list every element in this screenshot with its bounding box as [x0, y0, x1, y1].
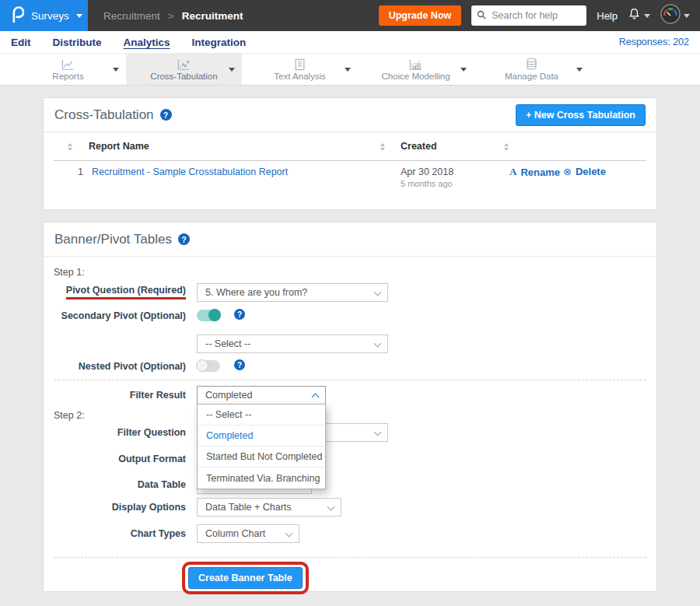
rename-label: Rename [520, 166, 560, 178]
filter-result-dropdown: -- Select -- Completed Started But Not C… [197, 404, 326, 489]
breadcrumb-parent[interactable]: Recruitment [103, 10, 160, 22]
nested-pivot-toggle[interactable] [197, 360, 220, 372]
output-format-label: Output Format [44, 454, 186, 464]
breadcrumb: Recruitment > Recruitment [103, 10, 243, 22]
data-table-label: Data Table [44, 479, 186, 490]
chevron-down-icon[interactable] [229, 68, 235, 72]
delete-button[interactable]: ⊗ Delete [563, 166, 606, 177]
page-title: Cross-Tabulation [54, 107, 154, 123]
breadcrumb-current: Recruitment [182, 10, 243, 22]
dropdown-option-select[interactable]: -- Select -- [198, 405, 325, 426]
sort-icon[interactable] [504, 143, 509, 151]
responses-count[interactable]: Responses: 202 [619, 37, 700, 47]
new-cross-tabulation-button[interactable]: + New Cross Tabulation [516, 104, 646, 126]
toggle-knob [208, 309, 221, 321]
display-options-value: Data Table + Charts [205, 502, 292, 513]
tab-label: Choice Modelling [381, 72, 450, 81]
dropdown-option-terminated[interactable]: Terminated Via. Branching [198, 468, 325, 489]
red-highlight-annotation: Create Banner Table [182, 562, 309, 594]
help-link[interactable]: Help [597, 10, 618, 22]
document-icon [293, 58, 306, 71]
survey-nav: Edit Distribute Analytics Integration Re… [0, 31, 700, 53]
toggle-knob [196, 359, 208, 372]
chevron-down-icon[interactable] [345, 68, 351, 72]
chevron-up-icon [312, 394, 320, 401]
help-question-icon[interactable]: ? [234, 359, 245, 370]
help-question-icon[interactable]: ? [178, 233, 190, 245]
pivot-question-value: 5. Where are you from? [205, 287, 307, 298]
chevron-down-icon[interactable] [576, 68, 583, 72]
bell-icon [628, 7, 641, 24]
section-title: Banner/Pivot Tables [54, 232, 172, 247]
create-banner-table-button[interactable]: Create Banner Table [188, 567, 303, 589]
filter-result-select[interactable]: Completed [197, 386, 326, 405]
delete-icon: ⊗ [563, 166, 572, 177]
line-chart-icon [61, 58, 75, 71]
nested-pivot-label: Nested Pivot (Optional) [44, 361, 186, 372]
topbar-actions: Upgrade Now Help [379, 4, 700, 27]
created-ago: 5 months ago [401, 179, 453, 188]
nav-item-edit[interactable]: Edit [11, 37, 31, 48]
column-header-report-name[interactable]: Report Name [89, 141, 149, 152]
chart-types-value: Column Chart [205, 528, 265, 539]
search-icon [477, 9, 486, 23]
section-divider [54, 380, 646, 380]
tab-label: Reports [52, 72, 83, 81]
dropdown-option-started-not-completed[interactable]: Started But Not Completed [198, 447, 325, 468]
help-question-icon[interactable]: ? [160, 109, 172, 121]
page: Surveys Recruitment > Recruitment Upgrad… [0, 0, 700, 606]
chart-types-label: Chart Types [44, 528, 186, 539]
chevron-down-icon [374, 340, 382, 348]
secondary-pivot-toggle[interactable] [197, 310, 220, 321]
bar-chart-icon [408, 58, 423, 71]
upgrade-now-button[interactable]: Upgrade Now [379, 5, 462, 26]
nav-item-analytics[interactable]: Analytics [124, 37, 170, 48]
banner-pivot-header: Banner/Pivot Tables ? [44, 222, 656, 257]
surveys-menu[interactable]: Surveys [0, 0, 88, 31]
display-options-select[interactable]: Data Table + Charts [197, 498, 341, 517]
help-question-icon[interactable]: ? [234, 309, 245, 320]
table-divider [54, 160, 646, 161]
dropdown-option-completed[interactable]: Completed [198, 426, 325, 447]
display-options-label: Display Options [44, 502, 186, 513]
rename-button[interactable]: A Rename [509, 166, 560, 178]
secondary-pivot-select[interactable]: -- Select -- [197, 335, 388, 353]
questionpro-logo-icon [11, 5, 24, 26]
sort-icon[interactable] [380, 143, 385, 151]
chevron-down-icon [684, 14, 690, 18]
tab-manage-data[interactable]: Manage Data [474, 54, 590, 85]
filter-question-label: Filter Question [44, 427, 186, 438]
tab-cross-tabulation[interactable]: Cross-Tabulation [126, 54, 242, 85]
sort-icon[interactable] [68, 143, 72, 151]
filter-result-label: Filter Result [44, 390, 186, 401]
avatar-gauge-icon [660, 4, 681, 27]
secondary-pivot-label: Secondary Pivot (Optional) [44, 310, 186, 321]
tab-label: Cross-Tabulation [150, 72, 217, 81]
surveys-menu-label: Surveys [31, 10, 69, 22]
chevron-down-icon [327, 503, 335, 511]
chevron-down-icon[interactable] [113, 68, 119, 72]
chevron-down-icon [374, 429, 382, 436]
help-search[interactable] [471, 5, 586, 26]
tab-choice-modelling[interactable]: Choice Modelling [358, 54, 474, 85]
nav-item-distribute[interactable]: Distribute [53, 37, 102, 48]
chart-types-select[interactable]: Column Chart [197, 524, 299, 543]
chevron-down-icon[interactable] [460, 68, 467, 72]
column-header-created[interactable]: Created [401, 141, 437, 152]
breadcrumb-separator: > [168, 10, 174, 22]
tab-reports[interactable]: Reports [10, 54, 126, 85]
cross-tabulation-card: Cross-Tabulation ? + New Cross Tabulatio… [43, 97, 657, 210]
section-divider [54, 557, 646, 558]
pivot-question-label: Pivot Question (Required) [44, 285, 186, 299]
account-menu[interactable] [660, 4, 690, 27]
chevron-down-icon [644, 14, 650, 18]
tab-text-analysis[interactable]: Text Analysis [242, 54, 358, 85]
tab-label: Text Analysis [274, 72, 325, 81]
report-name-link[interactable]: Recruitment - Sample Crosstabulation Rep… [92, 166, 288, 177]
pivot-question-select[interactable]: 5. Where are you from? [197, 283, 388, 302]
help-search-input[interactable] [490, 9, 577, 22]
red-underline-annotation: Pivot Question (Required) [66, 285, 186, 299]
banner-pivot-card: Banner/Pivot Tables ? Step 1: Pivot Ques… [43, 222, 657, 592]
nav-item-integration[interactable]: Integration [192, 37, 247, 48]
notifications-menu[interactable] [628, 7, 650, 24]
